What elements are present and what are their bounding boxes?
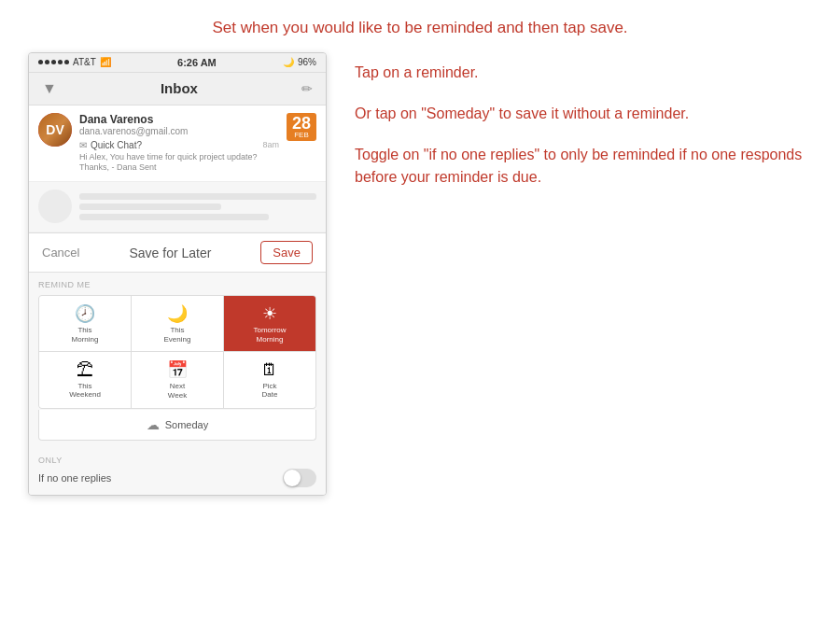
status-bar: AT&T 📶 6:26 AM 🌙 96% [29,53,326,73]
someday-row[interactable]: ☁ Someday [38,410,316,441]
email-subject: Quick Chat? [91,140,142,150]
email-content: Dana Varenos dana.varenos@gmail.com ✉ Qu… [79,113,279,174]
avatar: DV [38,113,72,147]
instructions-area: Tap on a reminder. Or tap on "Someday" t… [355,52,812,207]
phone-area: AT&T 📶 6:26 AM 🌙 96% ▼ Inbox ✏ [28,52,327,496]
cancel-button[interactable]: Cancel [42,246,79,260]
no-replies-toggle[interactable] [283,469,316,487]
date-month: FEB [294,132,309,139]
instruction-text-3: Toggle on "if no one replies" to only be… [355,144,812,189]
email-item-dimmed [29,182,326,232]
only-label: ONLY [38,456,316,465]
carrier-label: AT&T [73,57,96,67]
email-icon: ✉ [79,140,87,150]
instruction-text-1: Tap on a reminder. [355,62,812,84]
someday-label: Someday [165,419,208,430]
wifi-icon: 📶 [100,57,111,67]
only-row: If no one replies [38,469,316,487]
evening-label: ThisEvening [164,326,191,344]
status-left: AT&T 📶 [38,57,111,67]
status-time: 6:26 AM [177,57,217,68]
email-date-badge: 28 FEB [287,113,316,141]
tomorrow-label: TomorrowMorning [253,326,286,344]
instruction-block-3: Toggle on "if no one replies" to only be… [355,144,812,189]
only-section: ONLY If no one replies [29,448,326,495]
remind-grid: 🕗 ThisMorning 🌙 ThisEvening ☀ TomorrowMo… [38,295,316,408]
no-replies-label: If no one replies [38,472,111,484]
dim-lines [79,190,316,224]
instruction-block-2: Or tap on "Someday" to save it without a… [355,103,812,125]
top-instruction-text: Set when you would like to be reminded a… [212,19,627,36]
inbox-header: ▼ Inbox ✏ [29,73,326,105]
weekend-label: ThisWeekend [69,382,101,400]
email-preview: Hi Alex, You have time for quick project… [79,152,279,174]
save-bar: Cancel Save for Later Save [29,232,326,272]
dim-avatar [38,190,72,223]
save-for-later-label: Save for Later [129,246,211,260]
save-button[interactable]: Save [260,241,313,264]
tomorrow-icon: ☀ [262,303,277,324]
filter-icon[interactable]: ▼ [42,80,57,97]
date-number: 28 [292,115,311,132]
remind-tomorrow-morning[interactable]: ☀ TomorrowMorning [224,296,315,351]
email-addr: dana.varenos@gmail.com [79,126,279,136]
next-week-icon: 📅 [167,359,188,380]
remind-me-section: REMIND ME 🕗 ThisMorning 🌙 ThisEvening [29,272,326,447]
inbox-title: Inbox [57,80,301,96]
email-time: 8am [262,140,279,149]
pick-date-label: PickDate [262,382,278,400]
evening-icon: 🌙 [167,303,188,324]
pick-date-icon: 🗓 [261,360,278,380]
signal-dots [38,60,69,64]
main-layout: AT&T 📶 6:26 AM 🌙 96% ▼ Inbox ✏ [0,52,840,496]
instruction-block-1: Tap on a reminder. [355,62,812,84]
remind-this-weekend[interactable]: ⛱ ThisWeekend [39,352,131,407]
instruction-text-2: Or tap on "Someday" to save it without a… [355,103,812,125]
email-subject-row: ✉ Quick Chat? 8am [79,140,279,150]
moon-icon: 🌙 [283,57,294,67]
remind-this-morning[interactable]: 🕗 ThisMorning [39,296,131,351]
compose-icon[interactable]: ✏ [301,81,313,96]
email-sender: Dana Varenos [79,113,279,126]
email-item[interactable]: DV Dana Varenos dana.varenos@gmail.com ✉… [29,105,326,182]
status-right: 🌙 96% [283,57,316,67]
morning-icon: 🕗 [75,303,95,324]
next-week-label: NextWeek [168,382,187,400]
remind-next-week[interactable]: 📅 NextWeek [132,352,223,407]
phone-screen: AT&T 📶 6:26 AM 🌙 96% ▼ Inbox ✏ [28,52,327,496]
someday-icon: ☁ [147,417,160,432]
remind-this-evening[interactable]: 🌙 ThisEvening [132,296,223,351]
top-instruction: Set when you would like to be reminded a… [0,0,840,52]
remind-pick-date[interactable]: 🗓 PickDate [224,352,315,407]
remind-me-label: REMIND ME [38,280,316,289]
weekend-icon: ⛱ [77,360,93,380]
morning-label: ThisMorning [72,326,99,344]
page-container: Set when you would like to be reminded a… [0,0,840,618]
toggle-knob [284,470,301,486]
battery-label: 96% [298,57,316,67]
